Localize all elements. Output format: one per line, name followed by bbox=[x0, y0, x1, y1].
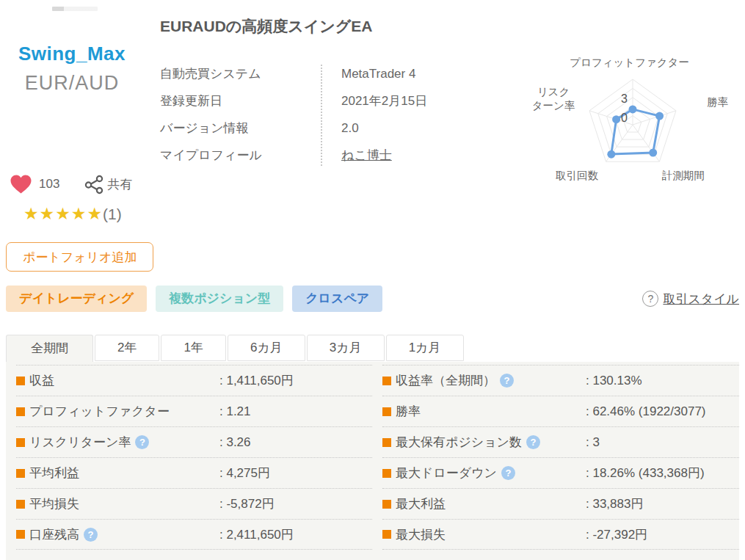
radar-axis-label: リスク ターン率 bbox=[520, 85, 587, 113]
help-icon[interactable]: ? bbox=[135, 435, 149, 449]
stat-label: 平均損失 bbox=[29, 495, 79, 512]
stat-value: : 1,411,650円 bbox=[219, 372, 294, 389]
stat-value: : 62.46% (1922/3077) bbox=[586, 404, 706, 419]
stat-row: プロフィットファクター: 1.21 bbox=[16, 396, 372, 426]
bullet-square-icon bbox=[16, 438, 25, 447]
radar-chart: 30 プロフィットファクター勝率計測期間取引回数リスク ターン率 bbox=[514, 43, 745, 198]
bullet-square-icon bbox=[16, 530, 25, 539]
tab-全期間[interactable]: 全期間 bbox=[6, 335, 93, 362]
stat-label: 収益 bbox=[29, 372, 54, 389]
stat-row: 最大利益: 33,883円 bbox=[382, 488, 739, 519]
stat-label: 最大利益 bbox=[396, 495, 446, 512]
help-icon[interactable]: ? bbox=[526, 435, 540, 449]
help-icon[interactable]: ? bbox=[501, 466, 515, 480]
stat-row: 最大損失: -27,392円 bbox=[382, 519, 739, 550]
bullet-square-icon bbox=[382, 377, 391, 385]
stat-value: : 2,411,650円 bbox=[219, 526, 294, 543]
info-label: マイプロフィール bbox=[160, 147, 341, 164]
stat-value: : -5,872円 bbox=[219, 495, 275, 512]
info-row: 自動売買システムMetaTrader 4 bbox=[160, 60, 512, 87]
radar-data-point bbox=[649, 149, 657, 157]
profile-link[interactable]: ねこ博士 bbox=[341, 147, 392, 164]
stat-label: 平均利益 bbox=[29, 465, 79, 481]
stat-row: リスクリターン率?: 3.26 bbox=[16, 426, 372, 457]
stat-label: 収益率（全期間） bbox=[396, 372, 495, 389]
currency-pair: EUR/AUD bbox=[0, 72, 144, 95]
stat-value: : 1.21 bbox=[219, 404, 251, 419]
bullet-square-icon bbox=[16, 500, 25, 509]
period-tabs: 全期間2年1年6カ月3カ月1カ月 bbox=[6, 335, 465, 362]
tab-1カ月[interactable]: 1カ月 bbox=[386, 335, 464, 361]
radar-data-point bbox=[607, 150, 615, 159]
stat-value: : -27,392円 bbox=[586, 526, 647, 543]
radar-axis-label: プロフィットファクター bbox=[514, 56, 745, 70]
stat-label: 口座残高 bbox=[29, 526, 79, 543]
info-table: 自動売買システムMetaTrader 4登録更新日2021年2月15日バージョン… bbox=[160, 60, 512, 169]
stat-label: リスクリターン率 bbox=[29, 434, 131, 451]
tab-2年[interactable]: 2年 bbox=[95, 335, 159, 361]
info-label: 自動売買システム bbox=[160, 65, 341, 82]
share-label[interactable]: 共有 bbox=[107, 176, 132, 193]
stat-label: 最大損失 bbox=[396, 526, 446, 543]
trade-style-link[interactable]: 取引スタイル bbox=[663, 291, 739, 308]
radar-axis-label: 取引回数 bbox=[540, 169, 614, 183]
stat-value: : 3.26 bbox=[219, 435, 251, 450]
tab-3カ月[interactable]: 3カ月 bbox=[307, 335, 385, 361]
bullet-square-icon bbox=[382, 407, 391, 416]
stat-value: : 130.13% bbox=[586, 374, 642, 388]
bullet-square-icon bbox=[16, 377, 25, 385]
heart-icon[interactable] bbox=[10, 174, 32, 194]
bullet-square-icon bbox=[382, 530, 391, 539]
trade-style: ? 取引スタイル bbox=[642, 291, 739, 308]
question-circle-icon[interactable]: ? bbox=[642, 291, 658, 307]
social-row: 103 共有 bbox=[10, 174, 132, 194]
star-rating-icon: ★★★★★ bbox=[23, 204, 103, 223]
stat-row: 収益: 1,411,650円 bbox=[16, 365, 372, 396]
stats-column-right: 収益率（全期間）?: 130.13%勝率: 62.46% (1922/3077)… bbox=[372, 365, 739, 560]
tag[interactable]: デイトレーディング bbox=[6, 286, 147, 312]
add-portfolio-button[interactable]: ポートフォリオ追加 bbox=[6, 242, 153, 272]
like-count: 103 bbox=[39, 177, 59, 192]
tags-row: デイトレーディング複数ポジション型クロスペア ? 取引スタイル bbox=[6, 286, 739, 312]
stat-row: 勝率: 62.46% (1922/3077) bbox=[382, 396, 739, 426]
help-icon[interactable]: ? bbox=[500, 374, 514, 388]
tab-1年[interactable]: 1年 bbox=[161, 335, 225, 361]
info-label: 登録更新日 bbox=[160, 92, 341, 109]
stat-row: 最大保有ポジション数?: 3 bbox=[382, 426, 739, 457]
info-label: バージョン情報 bbox=[160, 120, 341, 137]
radar-tick-label: 0 bbox=[621, 112, 628, 124]
bullet-square-icon bbox=[382, 469, 391, 478]
tags-host: デイトレーディング複数ポジション型クロスペア bbox=[6, 286, 391, 312]
info-value: MetaTrader 4 bbox=[341, 67, 415, 81]
stat-row: 平均利益: 4,275円 bbox=[16, 457, 372, 488]
bullet-square-icon bbox=[382, 500, 391, 509]
stat-row: 平均損失: -5,872円 bbox=[16, 488, 372, 519]
radar-data-point bbox=[612, 115, 620, 123]
radar-tick-label: 3 bbox=[621, 92, 628, 105]
bullet-square-icon bbox=[382, 438, 391, 447]
info-divider bbox=[321, 65, 322, 166]
radar-data-point bbox=[655, 112, 664, 120]
tab-6カ月[interactable]: 6カ月 bbox=[228, 335, 305, 361]
stat-label: 最大保有ポジション数 bbox=[396, 434, 522, 451]
stat-label: 勝率 bbox=[396, 403, 421, 420]
stat-label: 最大ドローダウン bbox=[396, 465, 497, 481]
info-row: マイプロフィールねこ博士 bbox=[160, 142, 512, 169]
stat-value: : 4,275円 bbox=[219, 465, 270, 481]
info-value: 2.0 bbox=[341, 121, 359, 136]
stat-value: : 18.26% (433,368円) bbox=[586, 465, 705, 481]
radar-axis-label: 勝率 bbox=[690, 95, 745, 109]
info-row: バージョン情報2.0 bbox=[160, 114, 512, 142]
tag[interactable]: クロスペア bbox=[292, 286, 382, 312]
review-count-link[interactable]: (1) bbox=[103, 206, 122, 222]
stat-row: 収益率（全期間）?: 130.13% bbox=[382, 365, 739, 396]
tag[interactable]: 複数ポジション型 bbox=[156, 286, 283, 312]
info-value: 2021年2月15日 bbox=[341, 92, 427, 109]
stats-column-left: 収益: 1,411,650円プロフィットファクター: 1.21リスクリターン率?… bbox=[6, 365, 372, 560]
help-icon[interactable]: ? bbox=[84, 528, 98, 542]
stat-value: : 33,883円 bbox=[586, 495, 643, 512]
page-title: EURAUDの高頻度スイングEA bbox=[160, 16, 372, 37]
share-icon[interactable] bbox=[84, 175, 104, 194]
product-logo: Swing_Max EUR/AUD bbox=[0, 0, 144, 95]
stats-table: 収益: 1,411,650円プロフィットファクター: 1.21リスクリターン率?… bbox=[6, 362, 739, 560]
